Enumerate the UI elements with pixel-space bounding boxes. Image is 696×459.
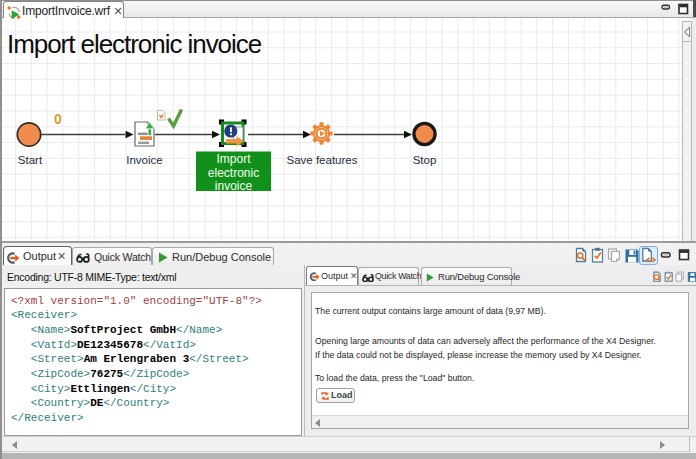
svg-text:Import: Import bbox=[216, 152, 251, 166]
svg-text:0: 0 bbox=[54, 111, 62, 127]
svg-text:Stop: Stop bbox=[413, 154, 437, 166]
svg-text:electronic: electronic bbox=[208, 166, 259, 180]
svg-text:invoice: invoice bbox=[215, 179, 253, 193]
svg-text:Start: Start bbox=[18, 154, 43, 166]
svg-text:Save features: Save features bbox=[287, 154, 358, 166]
svg-text:Invoice: Invoice bbox=[126, 154, 162, 166]
